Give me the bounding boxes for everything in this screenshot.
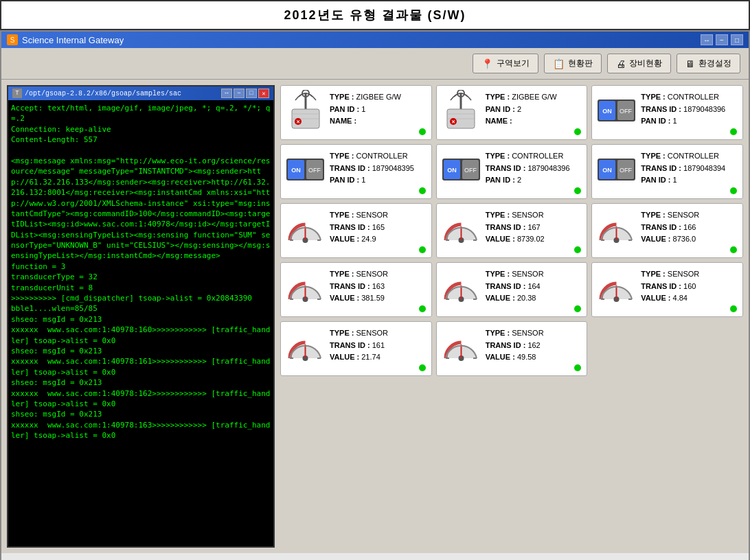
device-card[interactable]: TYPE : SENSORTRANS ID : 163VALUE : 381.5…	[280, 262, 432, 317]
svg-text:✕: ✕	[451, 119, 455, 124]
card-trans-id: TRANS ID : 164	[486, 281, 582, 293]
card-type: TYPE : SENSOR	[486, 327, 582, 340]
device-card[interactable]: ON OFF TYPE : CONTROLLERTRANS ID : 18790…	[436, 144, 588, 199]
terminal-title: /opt/gsoap-2.8.2/x86/gsoap/samples/sac	[25, 90, 181, 97]
card-pan-id: PAN ID : 1	[330, 104, 426, 116]
card-value: VALUE : 8739.02	[486, 233, 582, 246]
terminal-maximize-button[interactable]: □	[246, 89, 257, 98]
card-info: TYPE : SENSORTRANS ID : 162VALUE : 49.58	[486, 327, 582, 364]
status-board-button[interactable]: 📋현황판	[544, 54, 602, 73]
card-type: TYPE : SENSOR	[486, 268, 582, 281]
device-card[interactable]: ON OFF TYPE : CONTROLLERTRANS ID : 18790…	[280, 144, 432, 199]
card-info: TYPE : SENSORTRANS ID : 164VALUE : 20.38	[486, 268, 582, 305]
status-dot	[419, 364, 426, 371]
card-info: TYPE : CONTROLLERTRANS ID : 1879048394PA…	[641, 150, 737, 187]
terminal-restore-button[interactable]: ↔	[221, 89, 232, 98]
svg-text:OFF: OFF	[620, 167, 632, 174]
status-dot	[730, 246, 737, 253]
zigbee-icon: ✕	[286, 91, 324, 129]
device-card[interactable]: ✕ TYPE : ZIGBEE G/WPAN ID : 2NAME :	[436, 85, 588, 140]
gateway-maximize-button[interactable]: □	[731, 34, 743, 45]
card-type: TYPE : CONTROLLER	[641, 91, 737, 104]
device-card[interactable]: ON OFF TYPE : CONTROLLERTRANS ID : 18790…	[591, 85, 743, 140]
svg-text:OFF: OFF	[308, 167, 321, 174]
card-info: TYPE : CONTROLLERTRANS ID : 1879048396PA…	[641, 91, 737, 128]
controller-icon: ON OFF	[598, 150, 635, 188]
device-card[interactable]: TYPE : SENSORTRANS ID : 167VALUE : 8739.…	[436, 203, 588, 258]
card-value: VALUE : 24.9	[330, 233, 426, 246]
status-dot	[574, 305, 581, 312]
gateway-restore-button[interactable]: ↔	[701, 34, 713, 45]
device-card[interactable]: TYPE : SENSORTRANS ID : 162VALUE : 49.58	[436, 321, 588, 376]
equipment-icon: 🖨	[616, 58, 626, 69]
gauge-icon	[286, 268, 324, 306]
card-pan-id: PAN ID : 2	[486, 174, 582, 187]
card-trans-id: TRANS ID : 165	[330, 222, 426, 234]
gauge-icon	[442, 209, 480, 247]
card-value: VALUE : 21.74	[330, 351, 426, 364]
toolbar: 📍구역보기📋현황판🖨장비현황🖥환경설정	[1, 48, 749, 80]
status-dot	[419, 305, 426, 312]
card-trans-id: TRANS ID : 166	[641, 222, 737, 234]
terminal-titlebar: T /opt/gsoap-2.8.2/x86/gsoap/samples/sac…	[8, 86, 273, 100]
settings-icon: 🖥	[685, 58, 695, 69]
card-type: TYPE : CONTROLLER	[330, 150, 426, 163]
content-area: T /opt/gsoap-2.8.2/x86/gsoap/samples/sac…	[1, 80, 749, 553]
device-card[interactable]: TYPE : SENSORTRANS ID : 160VALUE : 4.84	[591, 262, 743, 317]
terminal-icon: T	[12, 89, 22, 98]
card-pan-id: PAN ID : 1	[641, 115, 737, 128]
card-trans-id: TRANS ID : 161	[330, 340, 426, 352]
card-type: TYPE : SENSOR	[641, 268, 737, 281]
card-value: VALUE : 381.59	[330, 292, 426, 305]
card-trans-id: TRANS ID : 1879048396	[641, 104, 737, 116]
status-dot	[574, 128, 581, 135]
card-type: TYPE : CONTROLLER	[486, 150, 582, 163]
settings-button[interactable]: 🖥환경설정	[677, 54, 740, 73]
card-info: TYPE : SENSORTRANS ID : 167VALUE : 8739.…	[486, 209, 582, 246]
device-card[interactable]: TYPE : SENSORTRANS ID : 165VALUE : 24.9	[280, 203, 432, 258]
controller-icon: ON OFF	[442, 150, 480, 188]
terminal-close-button[interactable]: ✕	[258, 89, 269, 98]
terminal-minimize-button[interactable]: −	[234, 89, 245, 98]
terminal-content[interactable]: Accept: text/html, image/gif, image/jpeg…	[8, 100, 273, 546]
card-type: TYPE : CONTROLLER	[641, 150, 737, 163]
gauge-icon	[286, 209, 324, 247]
svg-text:OFF: OFF	[620, 108, 632, 115]
device-card[interactable]: TYPE : SENSORTRANS ID : 164VALUE : 20.38	[436, 262, 588, 317]
gateway-minimize-button[interactable]: −	[716, 34, 728, 45]
status-dot	[419, 246, 426, 253]
card-type: TYPE : SENSOR	[330, 327, 426, 340]
controller-icon: ON OFF	[286, 150, 324, 188]
page-title: 2012년도 유형 결과물 (S/W)	[0, 0, 750, 30]
card-info: TYPE : SENSORTRANS ID : 160VALUE : 4.84	[641, 268, 737, 305]
controller-icon: ON OFF	[598, 91, 635, 129]
zigbee-icon: ✕	[442, 91, 480, 129]
device-card[interactable]: ✕ TYPE : ZIGBEE G/WPAN ID : 1NAME :	[280, 85, 432, 140]
svg-text:✕: ✕	[296, 119, 300, 124]
card-info: TYPE : CONTROLLERTRANS ID : 1879048395PA…	[330, 150, 426, 187]
gauge-icon	[286, 327, 324, 365]
terminal-win-buttons: ↔ − □ ✕	[221, 89, 269, 98]
card-name: NAME :	[330, 115, 426, 128]
area-view-button[interactable]: 📍구역보기	[473, 54, 538, 73]
device-card[interactable]: ON OFF TYPE : CONTROLLERTRANS ID : 18790…	[591, 144, 743, 199]
card-value: VALUE : 4.84	[641, 292, 737, 305]
card-type: TYPE : SENSOR	[641, 209, 737, 222]
gauge-icon	[442, 327, 480, 365]
svg-text:ON: ON	[603, 108, 613, 115]
equipment-button[interactable]: 🖨장비현황	[607, 54, 671, 73]
area-view-icon: 📍	[481, 58, 493, 69]
device-card[interactable]: TYPE : SENSORTRANS ID : 166VALUE : 8736.…	[591, 203, 743, 258]
status-board-icon: 📋	[553, 58, 565, 69]
card-type: TYPE : SENSOR	[330, 268, 426, 281]
status-dot	[730, 128, 737, 135]
card-info: TYPE : CONTROLLERTRANS ID : 1879048396PA…	[486, 150, 582, 187]
device-grid: ✕ TYPE : ZIGBEE G/WPAN ID : 1NAME :	[280, 85, 743, 548]
card-trans-id: TRANS ID : 160	[641, 281, 737, 293]
device-card[interactable]: TYPE : SENSORTRANS ID : 161VALUE : 21.74	[280, 321, 432, 376]
status-dot	[419, 128, 426, 135]
card-info: TYPE : ZIGBEE G/WPAN ID : 1NAME :	[330, 91, 426, 128]
status-dot	[419, 187, 426, 194]
gauge-icon	[598, 209, 635, 247]
card-info: TYPE : SENSORTRANS ID : 163VALUE : 381.5…	[330, 268, 426, 305]
